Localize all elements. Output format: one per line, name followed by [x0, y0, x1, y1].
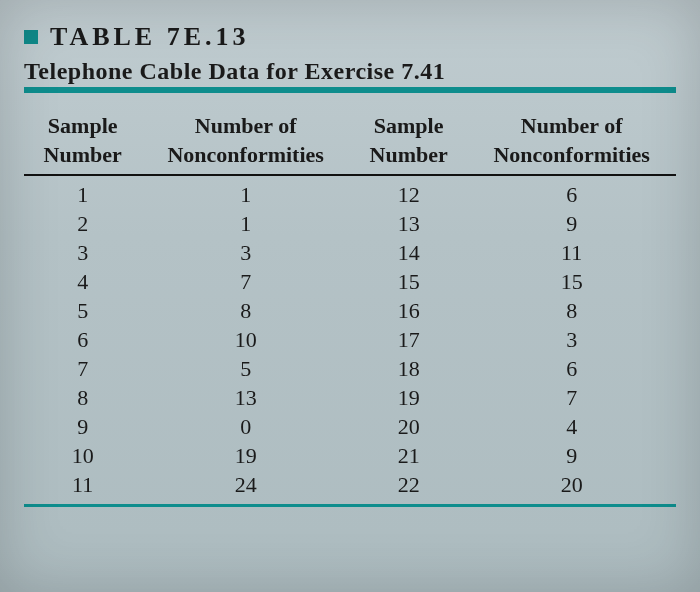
table-cell: 3: [467, 325, 676, 354]
table-cell: 15: [467, 267, 676, 296]
table-cell: 13: [141, 383, 350, 412]
table-cell: 18: [350, 354, 467, 383]
table-title-row: TABLE 7E.13: [24, 22, 676, 52]
table-cell: 2: [24, 209, 141, 238]
table-cell: 11: [467, 238, 676, 267]
table-row: 75186: [24, 354, 676, 383]
header-sample-number-right-top: Sample: [350, 111, 467, 140]
table-row: 90204: [24, 412, 676, 441]
header-nonconformities-left-top: Number of: [141, 111, 350, 140]
table-cell: 1: [24, 175, 141, 209]
top-rule: [24, 87, 676, 93]
table-cell: 20: [467, 470, 676, 504]
table-row: 58168: [24, 296, 676, 325]
table-cell: 12: [350, 175, 467, 209]
table-subtitle: Telephone Cable Data for Exercise 7.41: [24, 58, 676, 85]
table-row: 11242220: [24, 470, 676, 504]
table-cell: 7: [141, 267, 350, 296]
table-cell: 13: [350, 209, 467, 238]
table-cell: 5: [141, 354, 350, 383]
table-row: 21139: [24, 209, 676, 238]
table-cell: 0: [141, 412, 350, 441]
table-cell: 4: [467, 412, 676, 441]
table-cell: 24: [141, 470, 350, 504]
table-row: 610173: [24, 325, 676, 354]
table-cell: 9: [24, 412, 141, 441]
table-cell: 20: [350, 412, 467, 441]
table-label: TABLE 7E.13: [50, 22, 250, 52]
table-cell: 21: [350, 441, 467, 470]
table-cell: 8: [24, 383, 141, 412]
square-bullet-icon: [24, 30, 38, 44]
table-header: Sample Number of Sample Number of Number…: [24, 111, 676, 175]
page: TABLE 7E.13 Telephone Cable Data for Exe…: [0, 0, 700, 592]
header-nonconformities-right-bot: Nonconformities: [467, 140, 676, 174]
table-cell: 7: [467, 383, 676, 412]
table-cell: 5: [24, 296, 141, 325]
table-cell: 19: [141, 441, 350, 470]
header-sample-number-left-bot: Number: [24, 140, 141, 174]
table-cell: 17: [350, 325, 467, 354]
data-table: Sample Number of Sample Number of Number…: [24, 111, 676, 504]
table-row: 331411: [24, 238, 676, 267]
table-cell: 11: [24, 470, 141, 504]
header-nonconformities-right-top: Number of: [467, 111, 676, 140]
table-row: 471515: [24, 267, 676, 296]
table-cell: 10: [24, 441, 141, 470]
header-sample-number-right-bot: Number: [350, 140, 467, 174]
table-cell: 10: [141, 325, 350, 354]
table-cell: 15: [350, 267, 467, 296]
table-cell: 7: [24, 354, 141, 383]
table-row: 11126: [24, 175, 676, 209]
table-cell: 22: [350, 470, 467, 504]
table-cell: 9: [467, 209, 676, 238]
table-cell: 8: [467, 296, 676, 325]
header-sample-number-left-top: Sample: [24, 111, 141, 140]
header-nonconformities-left-bot: Nonconformities: [141, 140, 350, 174]
table-cell: 8: [141, 296, 350, 325]
table-body: 1112621139331411471515581686101737518681…: [24, 175, 676, 504]
table-cell: 3: [24, 238, 141, 267]
table-row: 1019219: [24, 441, 676, 470]
table-cell: 6: [467, 175, 676, 209]
table-cell: 9: [467, 441, 676, 470]
table-row: 813197: [24, 383, 676, 412]
table-cell: 1: [141, 175, 350, 209]
table-cell: 4: [24, 267, 141, 296]
bottom-rule: [24, 504, 676, 507]
table-cell: 6: [467, 354, 676, 383]
table-cell: 1: [141, 209, 350, 238]
table-cell: 6: [24, 325, 141, 354]
table-cell: 14: [350, 238, 467, 267]
table-cell: 3: [141, 238, 350, 267]
table-cell: 19: [350, 383, 467, 412]
table-cell: 16: [350, 296, 467, 325]
